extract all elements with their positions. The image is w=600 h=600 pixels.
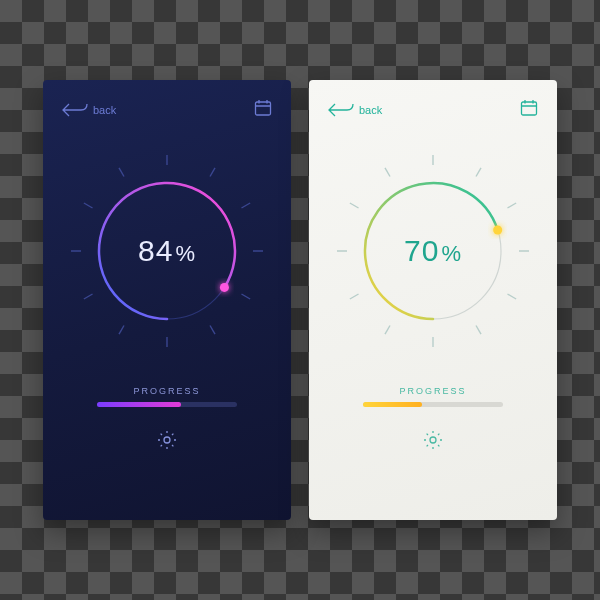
calendar-button[interactable] (253, 98, 273, 122)
topbar: back (327, 98, 539, 122)
calendar-icon (253, 98, 273, 118)
progress-bar (97, 402, 237, 407)
svg-point-36 (493, 225, 502, 234)
svg-line-8 (241, 294, 250, 299)
progress-bar-fill (97, 402, 181, 407)
svg-line-6 (241, 203, 250, 208)
svg-line-12 (84, 294, 93, 299)
back-button[interactable]: back (327, 101, 382, 119)
calendar-button[interactable] (519, 98, 539, 122)
svg-line-31 (350, 294, 359, 299)
svg-line-34 (385, 168, 390, 177)
svg-line-14 (84, 203, 93, 208)
progress-label: PROGRESS (399, 386, 466, 396)
svg-line-5 (210, 168, 215, 177)
svg-rect-19 (522, 102, 537, 115)
svg-point-18 (164, 437, 170, 443)
gear-icon (422, 429, 444, 451)
svg-line-27 (507, 294, 516, 299)
svg-line-9 (210, 325, 215, 334)
svg-line-11 (119, 325, 124, 334)
back-label: back (359, 104, 382, 116)
back-label: back (93, 104, 116, 116)
circular-progress: 84% (60, 144, 274, 358)
svg-point-17 (220, 283, 229, 292)
screen-dark: back (43, 80, 291, 520)
back-arrow-icon (61, 101, 89, 119)
progress-label: PROGRESS (133, 386, 200, 396)
screen-light: back (309, 80, 557, 520)
circular-progress: 70% (326, 144, 540, 358)
svg-line-24 (476, 168, 481, 177)
svg-line-15 (119, 168, 124, 177)
svg-rect-0 (256, 102, 271, 115)
progress-bar-fill (363, 402, 422, 407)
back-arrow-icon (327, 101, 355, 119)
svg-line-28 (476, 325, 481, 334)
progress-bar (363, 402, 503, 407)
settings-button[interactable] (422, 429, 444, 455)
gear-icon (156, 429, 178, 451)
svg-line-25 (507, 203, 516, 208)
settings-button[interactable] (156, 429, 178, 455)
svg-point-37 (430, 437, 436, 443)
svg-line-30 (385, 325, 390, 334)
svg-line-33 (350, 203, 359, 208)
back-button[interactable]: back (61, 101, 116, 119)
topbar: back (61, 98, 273, 122)
calendar-icon (519, 98, 539, 118)
